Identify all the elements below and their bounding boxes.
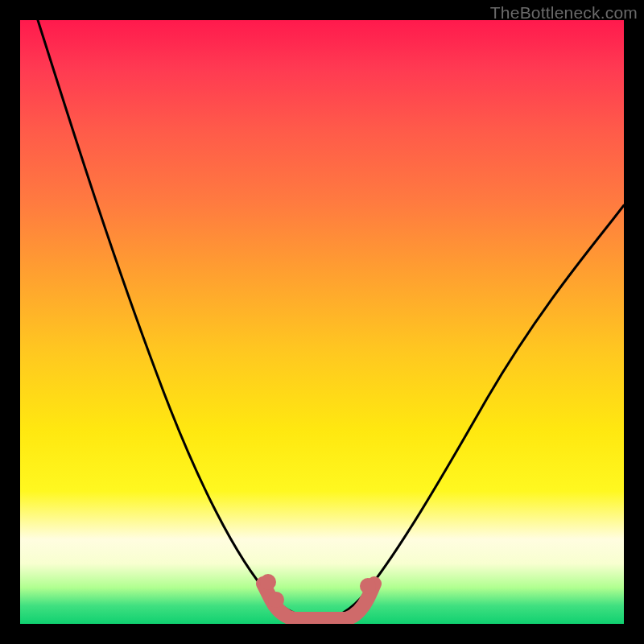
bottleneck-curve [38,20,624,620]
marker-dot-right [360,578,376,594]
watermark-text: TheBottleneck.com [490,3,638,23]
bottleneck-plot [20,20,624,624]
marker-dot-left-lower [268,592,284,608]
marker-dot-left-upper [260,574,276,590]
chart-area [20,20,624,624]
